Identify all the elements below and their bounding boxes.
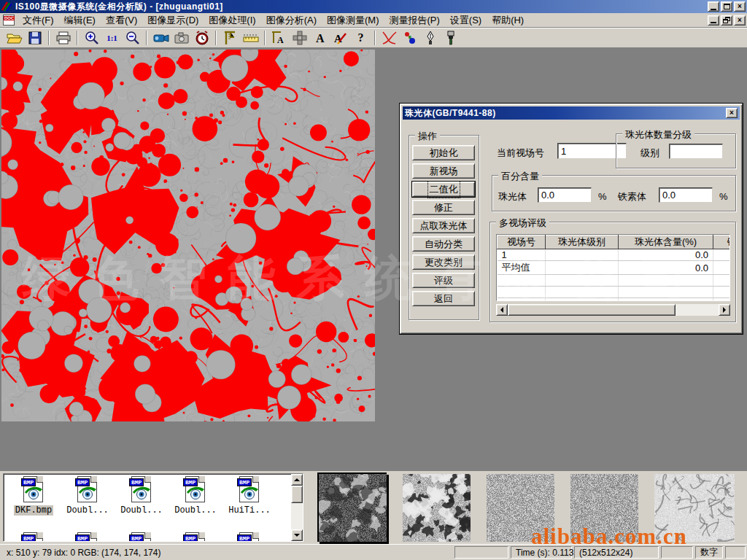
file-name[interactable]: Doubl... — [119, 505, 164, 516]
thumbnail-4[interactable] — [570, 474, 638, 542]
mdi-minimize-button[interactable] — [708, 15, 719, 26]
scroll-down-button[interactable] — [291, 529, 303, 541]
new-field-button[interactable]: 新视场 — [412, 163, 475, 179]
thumbnail-3[interactable] — [487, 474, 554, 542]
particle-classify-button[interactable]: a — [400, 29, 419, 47]
table-header-row: 视场号 珠光体级别 珠光体含量(%) 铁素体含量(%) — [498, 236, 731, 249]
menu-image-processing[interactable]: 图像处理(I) — [204, 12, 260, 28]
document-system-icon[interactable]: DOC — [3, 15, 15, 26]
thumbnail-5[interactable] — [654, 474, 722, 542]
eye-icon — [78, 486, 97, 500]
file-item[interactable]: BMP DKF.bmp — [7, 476, 61, 516]
file-item[interactable]: BMP — [7, 532, 61, 542]
file-name[interactable]: HuiTi... — [227, 505, 272, 516]
file-item[interactable]: BMP Doubl... — [169, 476, 222, 516]
analysis-image-canvas[interactable] — [1, 50, 375, 421]
zoom-in-button[interactable] — [82, 29, 101, 47]
dialog-title-bar[interactable]: 珠光体(GB/T9441-88) × — [403, 106, 740, 120]
dialog-close-button[interactable]: × — [726, 108, 738, 118]
file-item[interactable]: BMP — [61, 532, 115, 542]
table-row[interactable] — [498, 275, 731, 287]
merge-grid-button[interactable] — [290, 29, 309, 47]
print-button[interactable] — [53, 29, 73, 47]
minimize-button[interactable] — [708, 1, 719, 12]
file-item[interactable]: BMP Doubl... — [61, 476, 115, 516]
text-a-button[interactable]: A — [310, 29, 330, 47]
scroll-thumb[interactable] — [291, 486, 303, 503]
file-name[interactable]: Doubl... — [173, 505, 218, 516]
menu-settings[interactable]: 设置(S) — [445, 12, 487, 28]
actual-size-button[interactable]: 1:1 — [102, 29, 122, 47]
menu-view[interactable]: 查看(V) — [101, 12, 142, 28]
thumbnail-1[interactable] — [319, 474, 387, 542]
menu-measure-report[interactable]: 测量报告(P) — [384, 12, 444, 28]
menu-image-display[interactable]: 图像显示(D) — [142, 12, 204, 28]
table-row[interactable] — [498, 298, 731, 302]
ruler-button[interactable] — [241, 29, 260, 47]
scroll-right-button[interactable] — [719, 304, 730, 316]
timer-clock-button[interactable] — [192, 29, 212, 47]
menu-image-analysis[interactable]: 图像分析(A) — [261, 12, 322, 28]
col-ferrite-content[interactable]: 铁素体含量(%) — [713, 236, 731, 249]
pearlite-percent-input[interactable] — [538, 187, 592, 203]
menu-edit[interactable]: 编辑(E) — [59, 12, 101, 28]
return-button[interactable]: 返回 — [412, 291, 475, 306]
save-button[interactable] — [25, 29, 44, 47]
file-item[interactable]: BMP Doubl... — [115, 476, 169, 516]
scroll-left-button[interactable] — [496, 304, 508, 316]
cell-pearlite-grade — [546, 261, 619, 275]
table-row[interactable]: 1 0.0 — [498, 249, 731, 261]
scroll-track[interactable] — [676, 304, 719, 316]
video-camera-button[interactable] — [151, 29, 171, 47]
brush-button[interactable] — [441, 29, 460, 47]
camera-button[interactable] — [171, 29, 191, 47]
pick-pearlite-button[interactable]: 点取珠光体 — [412, 218, 475, 233]
col-pearlite-grade[interactable]: 珠光体级别 — [546, 236, 619, 249]
scroll-up-button[interactable] — [291, 474, 303, 486]
binarize-button[interactable]: 二值化 — [412, 182, 475, 197]
menu-help[interactable]: 帮助(H) — [487, 12, 529, 28]
menu-bar: DOC 文件(F) 编辑(E) 查看(V) 图像显示(D) 图像处理(I) 图像… — [0, 13, 747, 28]
file-name[interactable]: Doubl... — [65, 505, 110, 516]
init-button[interactable]: 初始化 — [412, 145, 475, 160]
table-row[interactable]: 平均值 0.0 — [498, 261, 731, 275]
file-name[interactable]: DKF.bmp — [14, 505, 53, 516]
annotate-pencil-button[interactable]: A — [330, 29, 350, 47]
col-field-no[interactable]: 视场号 — [498, 236, 546, 249]
help-button[interactable]: ? — [351, 29, 371, 47]
auto-classify-button[interactable]: 自动分类 — [412, 236, 475, 252]
table-row[interactable] — [498, 287, 731, 298]
ferrite-percent-input[interactable] — [659, 187, 713, 203]
mdi-close-button[interactable]: × — [734, 15, 746, 26]
grade-input[interactable] — [669, 144, 723, 159]
file-item[interactable]: BMP — [115, 532, 169, 542]
scroll-thumb[interactable] — [508, 304, 676, 316]
thumbnail-2[interactable] — [403, 474, 471, 542]
close-button[interactable]: × — [734, 1, 746, 12]
table-h-scrollbar[interactable] — [496, 304, 730, 316]
mdi-restore-button[interactable] — [721, 15, 732, 26]
change-class-button[interactable]: 更改类别 — [412, 254, 475, 270]
eye-icon — [186, 486, 205, 500]
caliper-button[interactable] — [220, 29, 240, 47]
toolbar-separator — [146, 31, 147, 45]
col-pearlite-content[interactable]: 珠光体含量(%) — [619, 236, 713, 249]
maximize-button[interactable] — [721, 1, 732, 12]
file-item[interactable]: BMP — [222, 532, 276, 542]
menu-file[interactable]: 文件(F) — [18, 12, 59, 28]
correct-button[interactable]: 修正 — [412, 200, 475, 215]
pen-button[interactable] — [420, 29, 440, 47]
file-item[interactable]: BMP HuiTi... — [222, 476, 276, 516]
zoom-out-button[interactable] — [123, 29, 142, 47]
menu-image-measure[interactable]: 图像测量(M) — [322, 12, 384, 28]
bottom-panel: BMP DKF.bmp BMP Doubl... BMP Doubl... BM… — [0, 471, 747, 544]
measure-label-icon: A — [271, 31, 287, 45]
file-browser-scrollbar[interactable] — [291, 474, 303, 541]
spline-curve-button[interactable] — [379, 29, 399, 47]
multi-field-table[interactable]: 视场号 珠光体级别 珠光体含量(%) 铁素体含量(%) 1 0.0 平均值 — [496, 234, 730, 301]
open-file-button[interactable] — [4, 29, 24, 47]
measure-label-button[interactable]: A — [269, 29, 289, 47]
status-mode: 数字 — [695, 546, 723, 559]
rate-button[interactable]: 评级 — [412, 273, 475, 288]
file-item[interactable]: BMP — [169, 532, 222, 542]
